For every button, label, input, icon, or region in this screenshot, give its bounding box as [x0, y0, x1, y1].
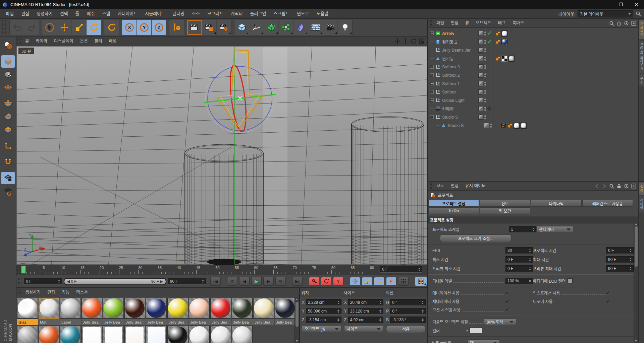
rotate-button[interactable]	[87, 20, 101, 35]
new-panel-icon[interactable]	[631, 20, 637, 26]
object-row-1[interactable]: 원기둥.1	[428, 38, 638, 46]
coordinate-field-z[interactable]: 4.92 cm	[348, 317, 384, 323]
menubar-item-2[interactable]: 생성하기	[33, 9, 56, 18]
viewport-grip[interactable]	[17, 38, 21, 45]
history-back-icon[interactable]	[594, 183, 600, 189]
camera-target-icon[interactable]	[487, 106, 491, 112]
stepper-icon[interactable]	[529, 249, 531, 252]
goto-end-button[interactable]: ▶|	[292, 277, 303, 286]
material-grip[interactable]	[17, 289, 21, 296]
coordinate-field-b[interactable]: -3.138 °	[390, 317, 426, 323]
coordinate-field-x[interactable]: 2.228 cm	[306, 299, 341, 306]
visibility-dots-icon[interactable]	[484, 73, 486, 77]
visibility-dots-icon[interactable]	[484, 90, 486, 94]
material-thumbnail[interactable]	[167, 298, 188, 319]
coordinate-field-h[interactable]: 0 °	[390, 299, 426, 306]
maximize-button[interactable]: ❐	[613, 0, 629, 9]
material-thumbnail[interactable]	[146, 326, 167, 343]
material-thumbnail[interactable]	[103, 326, 124, 343]
viewport-menu-item-2[interactable]: 디스플레이	[51, 37, 77, 46]
layer-swatch[interactable]	[478, 48, 483, 53]
material-menu-item-1[interactable]: 편집	[44, 288, 58, 297]
play-button[interactable]: ▶	[251, 277, 262, 286]
object-menu-item-1[interactable]: 편집	[447, 18, 462, 28]
texture-mode-button[interactable]	[1, 39, 15, 52]
phong-tag-icon[interactable]	[495, 39, 500, 45]
points-mode-button[interactable]	[1, 97, 15, 110]
texture-axis-mode-button[interactable]	[1, 68, 15, 81]
dock-tab-0[interactable]: 오브젝트	[639, 20, 644, 39]
object-menu-item-2[interactable]: 뷰	[462, 18, 473, 28]
render-settings-button[interactable]	[217, 20, 231, 35]
menubar-item-12[interactable]: 캐릭터	[227, 9, 247, 18]
visibility-dots-icon[interactable]	[484, 107, 486, 111]
scale-button[interactable]	[72, 20, 87, 35]
record-rotation-button[interactable]	[374, 277, 384, 286]
object-manager-grip[interactable]	[428, 20, 432, 26]
visibility-dots-icon[interactable]	[484, 115, 486, 119]
dock-tab-2[interactable]: 구조	[639, 74, 644, 86]
material-thumbnail[interactable]	[253, 298, 274, 319]
home-icon[interactable]	[616, 20, 622, 26]
material-item-11[interactable]: Jelly Bea	[253, 298, 274, 325]
target-icon[interactable]	[624, 183, 629, 189]
check-icon[interactable]: ✔	[606, 290, 634, 296]
layer-swatch[interactable]	[484, 123, 489, 128]
light-button[interactable]	[338, 20, 352, 35]
end-frame-field[interactable]: 90 F	[168, 278, 206, 285]
object-row-10[interactable]: −0Studio S	[428, 113, 638, 121]
render-view-button[interactable]	[187, 20, 202, 35]
material-item-r2-4[interactable]	[103, 326, 124, 343]
menubar-item-4[interactable]: 툴	[72, 9, 83, 18]
tab-tabs_row2-0[interactable]: To Do	[428, 207, 479, 214]
setting-select[interactable]: 대	[468, 339, 500, 343]
material-thumbnail[interactable]	[60, 326, 81, 343]
render-tag-icon[interactable]	[501, 123, 506, 128]
lod-checkbox[interactable]	[568, 278, 573, 283]
pan-view-icon[interactable]	[394, 38, 401, 45]
material-thumbnail[interactable]	[232, 298, 253, 319]
stepper-icon[interactable]	[418, 268, 420, 271]
phong-tag-icon[interactable]	[495, 31, 500, 36]
deformer-button[interactable]	[293, 20, 308, 35]
material-item-4[interactable]: Jelly Bea	[103, 298, 124, 325]
material-thumbnail[interactable]	[232, 326, 253, 343]
polygons-mode-button[interactable]	[1, 124, 15, 136]
material-item-r2-9[interactable]	[210, 326, 231, 343]
material-item-r2-7[interactable]	[167, 326, 189, 343]
expand-arrow-icon[interactable]	[432, 341, 434, 343]
record-keyframe-button[interactable]	[309, 277, 319, 286]
coordinate-field-p[interactable]: 0 °	[390, 308, 426, 315]
menubar-item-11[interactable]: 모그라프	[204, 9, 227, 18]
material-thumbnail[interactable]	[17, 298, 38, 319]
subdivision-surface-button[interactable]	[264, 20, 279, 35]
object-axis-mode-button[interactable]	[1, 140, 15, 152]
material-menu-item-0[interactable]: 생성하기	[22, 288, 44, 297]
maximize-view-icon[interactable]	[418, 38, 425, 45]
material-item-0[interactable]: Glas	[17, 298, 38, 325]
dock-tab-1[interactable]: 콘텐츠 브라우저	[639, 41, 644, 73]
menubar-item-8[interactable]: 시뮬레이트	[141, 9, 169, 18]
material-tag-icon[interactable]	[514, 123, 520, 129]
viewport-menu-item-5[interactable]: 패널	[106, 37, 120, 46]
stepper-icon[interactable]	[529, 279, 531, 283]
object-menu-item-0[interactable]: 파일	[433, 18, 447, 28]
phong-tag-icon[interactable]	[495, 56, 500, 61]
material-thumbnail[interactable]	[189, 298, 210, 319]
rotate-view-icon[interactable]	[410, 38, 417, 45]
material-item-r2-2[interactable]	[60, 326, 81, 343]
enabled-check-icon[interactable]	[487, 39, 491, 45]
material-thumbnail[interactable]	[210, 298, 231, 319]
menubar-item-3[interactable]: 선택	[56, 9, 72, 18]
material-thumbnail[interactable]	[124, 326, 145, 343]
object-row-2[interactable]: 0Jelly Beans Jar	[428, 46, 638, 54]
stepper-icon[interactable]	[58, 280, 60, 283]
viewport-menu-item-0[interactable]: 뷰	[22, 37, 33, 46]
start-frame-field[interactable]: 0 F	[24, 278, 62, 285]
coordinate-mode-select[interactable]: 오브젝트 (싱	[302, 325, 341, 332]
color-swatch[interactable]	[470, 328, 482, 333]
material-thumbnail[interactable]	[103, 298, 124, 319]
layer-swatch[interactable]	[478, 73, 483, 78]
stepper-icon[interactable]	[630, 258, 632, 261]
material-menu-item-3[interactable]: 텍스쳐	[73, 288, 91, 297]
